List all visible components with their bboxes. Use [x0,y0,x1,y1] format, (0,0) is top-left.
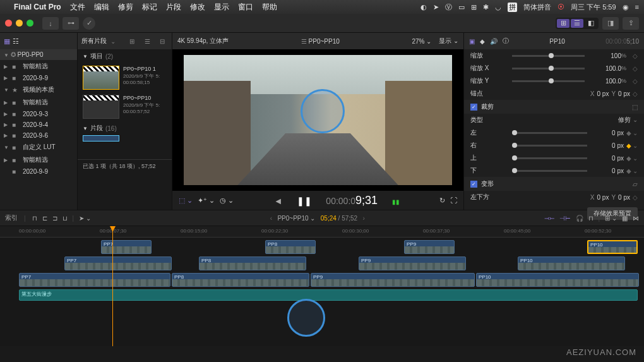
param-value[interactable]: 100 [588,52,621,59]
keyframe-button[interactable]: ◇ [633,194,638,201]
color-tab-icon[interactable]: ◆ [480,38,485,45]
bg-tasks-button[interactable]: ✓ [83,17,95,30]
layout-1-icon[interactable]: ⊞ [557,19,569,28]
skim-icon[interactable]: ⊣⊢ [559,215,571,222]
timeline-ruler[interactable]: 00:00:00;0000:00:07;3000:00:15;0000:00:2… [0,226,644,238]
zoom-dropdown[interactable]: 27% ⌄ [412,38,431,45]
menu-file[interactable]: 文件 [70,2,85,13]
clock[interactable]: 周三 下午 5:59 [571,3,616,12]
clapper-icon[interactable]: ⊟ [157,37,168,45]
keyword-button[interactable]: ⊶ [63,17,79,30]
menu-trim[interactable]: 修剪 [118,2,133,13]
play-pause-button[interactable]: ❚❚ [297,196,312,206]
solo-icon[interactable]: 🎧 [576,215,583,222]
section-clips[interactable]: ▼ 片段 (16) [78,121,172,135]
param-value[interactable]: 0 px [591,130,624,136]
sidebar-item[interactable]: ▶■2020-9-9 [0,73,77,83]
param-slider[interactable] [512,55,585,57]
library-alt-icon[interactable]: ☷ [13,37,19,45]
timeline-title[interactable]: PP0~PP10 [277,215,308,222]
crop-checkbox[interactable]: ✓ [470,104,477,111]
viewer-canvas[interactable] [172,49,463,191]
zoom-button[interactable] [27,20,33,27]
keyframe-button[interactable]: ◆ [626,167,631,174]
retime-tool[interactable]: ◷ ⌄ [220,196,234,205]
rec-icon[interactable]: ⦿ [558,3,564,11]
menu-mark[interactable]: 标记 [142,2,157,13]
crop-type-dropdown[interactable]: 修剪 [618,116,631,123]
project-item[interactable]: PP0~PP10 1 2020/9/9 下午 5: 00:00:58;15 [78,63,172,92]
param-slider[interactable] [512,145,587,147]
snap2-icon[interactable]: ⊓ [588,215,593,222]
filter-dropdown[interactable]: 所有片段 [81,37,107,45]
ime-mode[interactable]: 拼 [508,3,517,12]
timeline-clip[interactable]: PP7 [101,240,152,254]
overwrite-tool-icon[interactable]: ⊔ [63,215,68,222]
snap-icon[interactable]: ⤙⤚ [544,215,554,222]
sidebar-item[interactable]: ▼★视频的本质 [0,83,77,96]
play-prev-button[interactable]: ◄ [274,196,283,206]
import-button[interactable]: ↓ [42,17,59,30]
keyframe-button[interactable]: ◇ [633,65,638,72]
menu-view[interactable]: 显示 [214,2,229,13]
insert-tool-icon[interactable]: ⊏ [42,215,47,222]
library-icon[interactable]: ▦ [4,37,10,45]
sidebar-item[interactable]: ■2020-9-9 [0,166,77,177]
param-value[interactable]: 0 px [591,155,624,162]
param-value[interactable]: 100.0 [588,78,621,85]
keyframe-button[interactable]: ◇ [633,90,638,97]
transitions-icon[interactable]: ⋈ [633,215,639,222]
timeline-clip[interactable]: PP8 [265,240,316,254]
param-value[interactable]: 0 px [591,167,624,174]
spotlight-icon[interactable]: ◉ [623,3,629,11]
timeline-clip[interactable]: PP10 [587,240,638,254]
crop-icon[interactable]: ⬚ [632,104,638,111]
layout-switcher[interactable]: ⊞ ☰ ◧ [556,18,599,29]
anchor-x-value[interactable]: 0 px [597,90,609,97]
grid-view-icon[interactable]: ⊞ [126,37,138,45]
menu-clip[interactable]: 片段 [166,2,181,13]
section-distort[interactable]: ✓ 变形 ▱ [464,177,644,191]
param-value[interactable]: 100.0 [588,65,621,72]
playhead[interactable] [112,226,113,346]
timeline-clip[interactable]: PP9 [311,273,475,287]
loop-button[interactable]: ↻ [439,196,445,205]
filmstrip-clip[interactable] [83,135,119,142]
enhance-tool[interactable]: ✦⁺ ⌄ [198,196,215,205]
keyframe-button[interactable]: ◆ [626,155,631,162]
view-dropdown[interactable]: 显示 ⌄ [439,37,458,45]
param-value[interactable]: 0 px [591,142,624,149]
index-button[interactable]: 索引 [5,214,18,222]
close-button[interactable] [5,20,12,27]
sidebar-item[interactable]: ▶■智能精选 [0,96,77,109]
sidebar-item[interactable]: ▶■2020-9-4 [0,119,77,130]
layout-2-icon[interactable]: ☰ [571,19,583,28]
history-back-icon[interactable]: ‹ [270,215,272,222]
sidebar-item[interactable]: ▶■智能精选 [0,60,77,73]
distort-checkbox[interactable]: ✓ [470,181,477,188]
menu-edit[interactable]: 编辑 [94,2,109,13]
timeline-clip[interactable]: PP7 [19,273,170,287]
bluetooth-icon[interactable]: ✱ [483,3,489,11]
layout-3-icon[interactable]: ◧ [585,19,597,28]
connect-tool-icon[interactable]: ⊓ [32,215,37,222]
effects-browser-icon[interactable]: ▦ [622,215,628,222]
history-fwd-icon[interactable]: › [363,215,365,222]
info-tab-icon[interactable]: ⓘ [503,37,509,45]
wifi-icon[interactable]: ◡ [495,3,501,11]
keyframe-button[interactable]: ◇ [633,52,638,59]
timeline-clip[interactable]: PP10 [476,273,639,287]
sidebar-item[interactable]: ▶■智能精选 [0,154,77,166]
param-slider[interactable] [512,68,585,69]
inspector-toggle[interactable]: ◨ [602,17,619,30]
param-slider[interactable] [512,132,587,134]
keyframe-button[interactable]: ◆ [626,130,631,136]
timeline-clip[interactable]: PP9 [359,256,466,270]
param-slider[interactable] [512,170,587,172]
sidebar-item[interactable]: ▶■2020-9-3 [0,109,77,119]
distort-y-value[interactable]: 0 px [618,194,630,201]
distort-x-value[interactable]: 0 px [597,194,609,201]
clip-appearance-icon[interactable]: ⊞ ⌄ [605,215,617,222]
select-tool-icon[interactable]: ➤ ⌄ [79,215,91,222]
append-tool-icon[interactable]: ⊐ [52,215,57,222]
